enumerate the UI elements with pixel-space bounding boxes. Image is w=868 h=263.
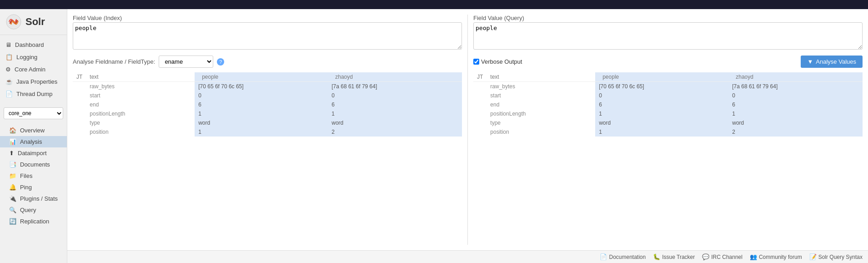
index-field-textarea[interactable]: people: [73, 22, 462, 50]
nav-item-thread-dump[interactable]: 📄 Thread Dump: [0, 88, 67, 100]
nav-label-java-properties: Java Properties: [16, 78, 57, 85]
query-icon: 🔍: [9, 207, 16, 213]
label-cell: start: [487, 91, 595, 100]
value-cell-1: word: [195, 118, 328, 127]
sub-nav-label-analysis: Analysis: [20, 138, 42, 145]
sub-nav-item-query[interactable]: 🔍 Query: [0, 204, 67, 216]
nav-item-core-admin[interactable]: ⚙ Core Admin: [0, 63, 67, 76]
sub-nav-item-files[interactable]: 📁 Files: [0, 170, 67, 182]
value-cell-1: 0: [195, 91, 328, 100]
nav-label-thread-dump: Thread Dump: [16, 91, 52, 97]
sub-nav-label-overview: Overview: [20, 127, 45, 134]
footer-link-issue-tracker[interactable]: 🐛 Issue Tracker: [653, 253, 695, 260]
overview-icon: 🏠: [9, 127, 16, 134]
footer-label-documentation: Documentation: [609, 254, 646, 260]
core-select[interactable]: core_one: [4, 107, 63, 119]
ping-icon: 🔔: [9, 184, 16, 191]
query-field-label: Field Value (Query): [473, 15, 863, 21]
sub-nav-item-dataimport[interactable]: ⬆ Dataimport: [0, 147, 67, 159]
query-col-text: text: [487, 72, 595, 82]
table-row: end 6 6: [73, 100, 462, 109]
value-cell-2: 2: [328, 127, 462, 137]
index-help-icon[interactable]: ?: [217, 58, 224, 66]
label-cell: position: [86, 127, 195, 137]
main-nav: 🖥 Dashboard 📋 Logging ⚙ Core Admin ☕ Jav…: [0, 35, 67, 104]
label-cell: start: [86, 91, 195, 100]
footer-link-irc-channel[interactable]: 💬 IRC Channel: [702, 253, 743, 260]
footer-label-solr-query-syntax: Solr Query Syntax: [818, 254, 863, 260]
nav-label-dashboard: Dashboard: [15, 41, 44, 48]
footer-link-documentation[interactable]: 📄 Documentation: [600, 253, 646, 260]
jt-cell: [73, 118, 86, 127]
table-row: end 6 6: [473, 100, 863, 109]
replication-icon: 🔄: [9, 218, 16, 225]
label-cell: end: [487, 100, 595, 109]
sub-nav-label-query: Query: [20, 207, 36, 213]
table-row: start 0 0: [473, 91, 863, 100]
index-col-jt: JT: [73, 72, 86, 82]
value-cell-1: 1: [195, 127, 328, 137]
sub-nav-label-plugins: Plugins / Stats: [20, 195, 58, 202]
query-col-jt: JT: [473, 72, 487, 82]
sub-nav-label-documents: Documents: [20, 161, 50, 168]
thread-dump-icon: 📄: [5, 91, 13, 97]
verbose-output-checkbox[interactable]: [473, 59, 479, 65]
sub-nav-item-replication[interactable]: 🔄 Replication: [0, 216, 67, 227]
sub-nav-item-analysis[interactable]: 📊 Analysis: [0, 136, 67, 147]
query-analysis-table: JT text people zhaoyd raw_bytes [70 65 6…: [473, 72, 863, 137]
syntax-icon: 📝: [809, 253, 817, 260]
analyse-button-label: Analyse Values: [816, 58, 856, 65]
core-admin-icon: ⚙: [5, 66, 11, 73]
query-field-textarea[interactable]: people: [473, 22, 863, 50]
solr-logo-icon: [5, 14, 22, 30]
nav-item-dashboard[interactable]: 🖥 Dashboard: [0, 39, 67, 51]
label-cell: end: [86, 100, 195, 109]
index-field-label: Field Value (Index): [73, 15, 462, 21]
logging-icon: 📋: [5, 54, 13, 61]
value-cell-2: 1: [728, 109, 863, 118]
sub-nav-item-plugins[interactable]: 🔌 Plugins / Stats: [0, 193, 67, 204]
index-fieldname-select[interactable]: ename: [159, 56, 213, 68]
dashboard-icon: 🖥: [5, 41, 11, 48]
value-cell-1: 6: [195, 100, 328, 109]
analysis-icon: 📊: [9, 138, 16, 145]
java-properties-icon: ☕: [5, 78, 13, 85]
table-row: type word word: [473, 118, 863, 127]
value-cell-1: 6: [595, 100, 728, 109]
sub-nav: 🏠 Overview 📊 Analysis ⬆ Dataimport 📑 Doc…: [0, 123, 67, 229]
jt-cell: [73, 109, 86, 118]
query-panel: Field Value (Query) people Verbose Outpu…: [473, 15, 863, 245]
query-col-people: people: [595, 72, 728, 82]
verbose-output-label[interactable]: Verbose Output: [473, 58, 522, 65]
sub-nav-item-documents[interactable]: 📑 Documents: [0, 159, 67, 170]
sub-nav-item-ping[interactable]: 🔔 Ping: [0, 182, 67, 193]
sub-nav-label-files: Files: [20, 172, 32, 179]
table-row: type word word: [73, 118, 462, 127]
footer-link-solr-query-syntax[interactable]: 📝 Solr Query Syntax: [809, 253, 863, 260]
table-row: raw_bytes [70 65 6f 70 6c 65] [7a 68 61 …: [73, 82, 462, 91]
nav-label-core-admin: Core Admin: [15, 66, 45, 73]
footer-link-community-forum[interactable]: 👥 Community forum: [750, 253, 802, 260]
nav-item-java-properties[interactable]: ☕ Java Properties: [0, 76, 67, 88]
table-row: position 1 2: [73, 127, 462, 137]
nav-item-logging[interactable]: 📋 Logging: [0, 51, 67, 63]
jt-cell: [473, 109, 487, 118]
analyse-values-button[interactable]: ▼ Analyse Values: [801, 56, 863, 68]
table-row: raw_bytes [70 65 6f 70 6c 65] [7a 68 61 …: [473, 82, 863, 91]
label-cell: positionLength: [487, 109, 595, 118]
label-cell: position: [487, 127, 595, 137]
value-cell-1: 1: [595, 127, 728, 137]
value-cell-1: [70 65 6f 70 6c 65]: [595, 82, 728, 91]
index-fieldname-row: Analyse Fieldname / FieldType: ename ?: [73, 56, 462, 68]
value-cell-2: word: [728, 118, 863, 127]
footer-label-community-forum: Community forum: [759, 254, 802, 260]
documents-icon: 📑: [9, 161, 16, 168]
index-table-container: JT text people zhaoyd raw_bytes [70 65 6…: [73, 72, 462, 137]
value-cell-2: 6: [728, 100, 863, 109]
value-cell-1: [70 65 6f 70 6c 65]: [195, 82, 328, 91]
sub-nav-item-overview[interactable]: 🏠 Overview: [0, 125, 67, 136]
label-cell: type: [487, 118, 595, 127]
sub-nav-label-dataimport: Dataimport: [18, 150, 47, 157]
index-col-zhaoyd: zhaoyd: [328, 72, 462, 82]
irc-icon: 💬: [702, 253, 709, 260]
